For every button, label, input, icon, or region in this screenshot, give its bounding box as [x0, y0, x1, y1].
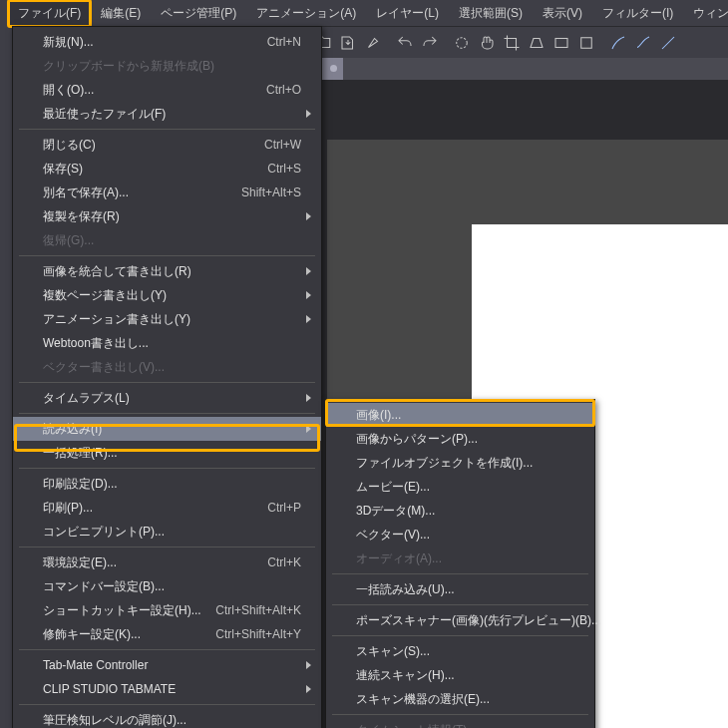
import-submenu-item-4[interactable]: 3Dデータ(M)...	[326, 499, 594, 523]
menu-animation[interactable]: アニメーション(A)	[246, 0, 366, 27]
svg-rect-1	[555, 38, 567, 47]
file-menu-item-23[interactable]: 印刷(P)...Ctrl+P	[13, 496, 321, 520]
menu-page[interactable]: ページ管理(P)	[151, 0, 246, 27]
menu-item-label: 環境設定(E)...	[43, 554, 267, 571]
file-menu-item-19[interactable]: 読み込み(I)	[13, 417, 321, 441]
toolbar-hand-icon[interactable]	[475, 31, 499, 55]
submenu-arrow-icon	[306, 267, 311, 275]
file-menu-item-0[interactable]: 新規(N)...Ctrl+N	[13, 30, 321, 54]
import-submenu-item-1[interactable]: 画像からパターン(P)...	[326, 427, 594, 451]
file-menu-item-24[interactable]: コンビニプリント(P)...	[13, 520, 321, 544]
file-menu-item-29[interactable]: 修飾キー設定(K)...Ctrl+Shift+Alt+Y	[13, 622, 321, 646]
file-menu-dropdown: 新規(N)...Ctrl+Nクリップボードから新規作成(B)開く(O)...Ct…	[12, 26, 322, 728]
menu-window[interactable]: ウィンドウ(W)	[683, 0, 728, 27]
toolbar-rect-icon[interactable]	[549, 31, 573, 55]
file-menu-item-20[interactable]: 一括処理(R)...	[13, 441, 321, 465]
file-menu-item-14[interactable]: Webtoon書き出し...	[13, 331, 321, 355]
toolbar-line-icon[interactable]	[656, 31, 680, 55]
menu-item-label: 修飾キー設定(K)...	[43, 626, 215, 643]
file-menu-separator	[19, 129, 315, 130]
import-submenu-separator	[332, 635, 588, 636]
import-submenu-item-8[interactable]: 一括読み込み(U)...	[326, 577, 594, 601]
menu-item-label: アニメーション書き出し(Y)	[43, 311, 301, 328]
menu-file[interactable]: ファイル(F)	[8, 0, 91, 27]
menu-edit[interactable]: 編集(E)	[91, 0, 151, 27]
toolbar-shape-icon[interactable]	[574, 31, 598, 55]
menu-item-label: 筆圧検知レベルの調節(J)...	[43, 712, 301, 729]
menu-item-label: ポーズスキャナー(画像)(先行プレビュー)(B)...	[356, 612, 601, 629]
file-menu-item-34[interactable]: 筆圧検知レベルの調節(J)...	[13, 708, 321, 728]
file-menu-separator	[19, 468, 315, 469]
file-menu-item-3[interactable]: 最近使ったファイル(F)	[13, 102, 321, 126]
import-submenu-item-12[interactable]: スキャン(S)...	[326, 639, 594, 663]
file-menu-item-22[interactable]: 印刷設定(D)...	[13, 472, 321, 496]
menu-item-label: 別名で保存(A)...	[43, 184, 241, 201]
file-menu-item-11[interactable]: 画像を統合して書き出し(R)	[13, 259, 321, 283]
file-menu-item-32[interactable]: CLIP STUDIO TABMATE	[13, 677, 321, 701]
menu-filter[interactable]: フィルター(I)	[592, 0, 683, 27]
toolbar-brush-icon[interactable]	[631, 31, 655, 55]
toolbar-export-icon[interactable]	[336, 31, 360, 55]
import-submenu-item-0[interactable]: 画像(I)...	[326, 403, 594, 427]
import-submenu-separator	[332, 573, 588, 574]
menu-view[interactable]: 表示(V)	[533, 0, 592, 27]
import-submenu-item-10[interactable]: ポーズスキャナー(画像)(先行プレビュー)(B)...	[326, 608, 594, 632]
file-menu-item-13[interactable]: アニメーション書き出し(Y)	[13, 307, 321, 331]
menu-layer[interactable]: レイヤー(L)	[366, 0, 449, 27]
menu-item-label: スキャン機器の選択(E)...	[356, 691, 574, 708]
file-menu-item-2[interactable]: 開く(O)...Ctrl+O	[13, 78, 321, 102]
file-menu-item-31[interactable]: Tab-Mate Controller	[13, 653, 321, 677]
file-menu-item-17[interactable]: タイムラプス(L)	[13, 386, 321, 410]
file-menu-item-6[interactable]: 保存(S)Ctrl+S	[13, 157, 321, 181]
submenu-arrow-icon	[306, 110, 311, 118]
toolbar-redo-icon[interactable]	[418, 31, 442, 55]
toolbar-pen-icon[interactable]	[606, 31, 630, 55]
menu-item-label: タイムラプス(L)	[43, 390, 301, 407]
file-menu-separator	[19, 382, 315, 383]
import-submenu-separator	[332, 714, 588, 715]
menu-item-label: 画像を統合して書き出し(R)	[43, 263, 301, 280]
file-menu-item-7[interactable]: 別名で保存(A)...Shift+Alt+S	[13, 181, 321, 204]
left-panel-edge	[0, 26, 12, 728]
menu-item-label: タイムシート情報(T)...	[356, 722, 574, 729]
file-menu-item-5[interactable]: 閉じる(C)Ctrl+W	[13, 133, 321, 157]
file-menu-item-8[interactable]: 複製を保存(R)	[13, 204, 321, 228]
menu-item-shortcut: Ctrl+O	[266, 83, 301, 97]
toolbar-perspective-icon[interactable]	[525, 31, 548, 55]
toolbar-undo-icon[interactable]	[393, 31, 417, 55]
import-submenu-item-2[interactable]: ファイルオブジェクトを作成(I)...	[326, 451, 594, 475]
file-menu-separator	[19, 255, 315, 256]
menu-item-label: 一括読み込み(U)...	[356, 581, 574, 598]
menu-item-shortcut: Ctrl+S	[267, 162, 301, 176]
menu-item-shortcut: Ctrl+P	[267, 501, 301, 515]
menu-item-label: 印刷設定(D)...	[43, 476, 301, 493]
menu-item-label: オーディオ(A)...	[356, 550, 574, 567]
menu-item-shortcut: Ctrl+N	[267, 35, 301, 49]
import-submenu-item-3[interactable]: ムービー(E)...	[326, 475, 594, 499]
import-submenu-item-13[interactable]: 連続スキャン(H)...	[326, 663, 594, 687]
file-menu-item-9: 復帰(G)...	[13, 228, 321, 252]
file-menu-item-15: ベクター書き出し(V)...	[13, 355, 321, 379]
menu-item-label: 3Dデータ(M)...	[356, 503, 574, 520]
menu-item-label: ショートカットキー設定(H)...	[43, 602, 215, 619]
file-menu-item-27[interactable]: コマンドバー設定(B)...	[13, 574, 321, 598]
toolbar-marquee-icon[interactable]	[450, 31, 474, 55]
import-submenu-item-5[interactable]: ベクター(V)...	[326, 523, 594, 546]
import-submenu-item-14[interactable]: スキャン機器の選択(E)...	[326, 687, 594, 711]
toolbar-tool3-icon[interactable]	[361, 31, 385, 55]
toolbar	[307, 26, 728, 58]
menu-item-label: 復帰(G)...	[43, 232, 301, 249]
tab-strip	[307, 58, 728, 80]
file-menu-item-26[interactable]: 環境設定(E)...Ctrl+K	[13, 550, 321, 574]
toolbar-crop-icon[interactable]	[500, 31, 524, 55]
menu-item-label: ファイルオブジェクトを作成(I)...	[356, 455, 574, 472]
menu-item-label: コンビニプリント(P)...	[43, 524, 301, 541]
file-menu-item-28[interactable]: ショートカットキー設定(H)...Ctrl+Shift+Alt+K	[13, 598, 321, 622]
file-menu-item-12[interactable]: 複数ページ書き出し(Y)	[13, 283, 321, 307]
menu-item-label: 読み込み(I)	[43, 421, 301, 438]
submenu-arrow-icon	[306, 291, 311, 299]
menu-item-label: 保存(S)	[43, 161, 267, 178]
menu-selection[interactable]: 選択範囲(S)	[449, 0, 533, 27]
menu-item-shortcut: Ctrl+Shift+Alt+K	[215, 603, 301, 617]
menu-item-label: 最近使ったファイル(F)	[43, 106, 301, 123]
